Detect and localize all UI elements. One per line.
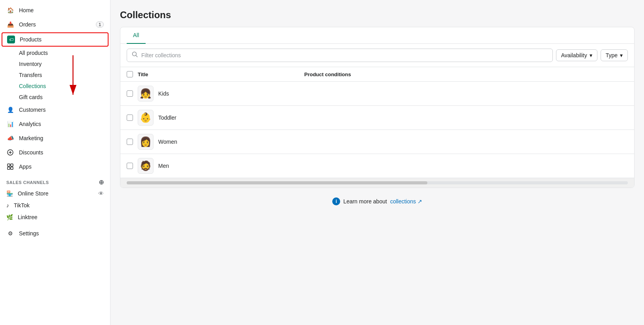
sidebar-item-collections[interactable]: Collections — [0, 81, 110, 92]
row-toddler-title: Toddler — [158, 115, 628, 121]
sidebar-item-orders[interactable]: 📥 Orders 1 — [0, 17, 110, 32]
main-content: Collections All Availability ▾ Type ▾ — [110, 0, 644, 325]
type-filter-button[interactable]: Type ▾ — [601, 49, 628, 61]
men-emoji: 🧔 — [140, 160, 152, 171]
products-icon: 🏷 — [7, 36, 15, 43]
sidebar: 🏠 Home 📥 Orders 1 🏷 Products All product… — [0, 0, 110, 325]
table-row[interactable]: 🧔 Men — [120, 154, 634, 178]
row-kids-thumbnail: 👧 — [138, 86, 154, 101]
orders-icon: 📥 — [6, 21, 14, 28]
learn-more-text: Learn more about — [343, 198, 387, 205]
inventory-label: Inventory — [19, 61, 42, 67]
online-store-eye-icon[interactable]: 👁 — [98, 190, 104, 197]
home-icon: 🏠 — [6, 6, 14, 14]
sidebar-item-settings[interactable]: ⚙ Settings — [0, 226, 110, 240]
tag-icon: 🏷 — [7, 36, 15, 43]
search-wrapper — [127, 49, 553, 62]
sidebar-navigation: 🏠 Home 📥 Orders 1 🏷 Products All product… — [0, 0, 110, 325]
col-title-header: Title — [138, 71, 300, 77]
availability-label: Availability — [561, 52, 587, 58]
row-kids-checkbox[interactable] — [127, 90, 133, 97]
sidebar-item-all-products[interactable]: All products — [0, 47, 110, 58]
gift-cards-label: Gift cards — [19, 94, 43, 100]
row-kids-title: Kids — [158, 90, 628, 97]
sidebar-item-linktree[interactable]: 🌿 Linktree — [0, 211, 110, 223]
sidebar-item-online-store[interactable]: 🏪 Online Store 👁 — [0, 188, 110, 199]
marketing-icon: 📣 — [6, 134, 14, 142]
row-men-thumbnail: 🧔 — [138, 158, 154, 174]
tiktok-icon: ♪ — [6, 202, 9, 209]
sidebar-item-tiktok[interactable]: ♪ TikTok — [0, 199, 110, 211]
analytics-icon: 📊 — [6, 120, 14, 128]
sidebar-item-marketing-label: Marketing — [19, 135, 104, 141]
availability-filter-button[interactable]: Availability ▾ — [556, 49, 597, 61]
svg-rect-4 — [11, 167, 13, 169]
row-toddler-thumbnail: 👶 — [138, 110, 154, 126]
sidebar-item-products-label: Products — [20, 36, 103, 43]
table-scroll-thumb[interactable] — [127, 181, 427, 184]
row-men-checkbox[interactable] — [127, 163, 133, 169]
collections-card: All Availability ▾ Type ▾ Title — [120, 27, 635, 188]
info-icon: i — [332, 197, 340, 205]
settings-icon: ⚙ — [6, 229, 14, 237]
sidebar-item-discounts[interactable]: Discounts — [0, 145, 110, 160]
availability-chevron-icon: ▾ — [590, 52, 592, 58]
tabs-bar: All — [120, 27, 634, 44]
orders-badge: 1 — [96, 21, 104, 28]
sidebar-item-inventory[interactable]: Inventory — [0, 58, 110, 70]
sidebar-item-analytics-label: Analytics — [19, 121, 104, 127]
table-scrollbar-area — [120, 178, 634, 188]
sidebar-item-settings-label: Settings — [19, 230, 104, 237]
svg-rect-2 — [11, 164, 13, 166]
online-store-icon: 🏪 — [6, 190, 13, 197]
page-title: Collections — [120, 9, 635, 21]
col-conditions-header: Product conditions — [304, 71, 628, 77]
tab-all-label: All — [133, 32, 139, 38]
table-row[interactable]: 👩 Women — [120, 130, 634, 154]
search-input[interactable] — [141, 52, 548, 58]
table-row[interactable]: 👶 Toddler — [120, 106, 634, 130]
tab-all[interactable]: All — [127, 27, 146, 44]
collections-link[interactable]: collections ↗ — [390, 198, 422, 205]
kids-emoji: 👧 — [140, 88, 152, 99]
collections-label: Collections — [19, 83, 46, 89]
tiktok-label: TikTok — [14, 202, 104, 209]
svg-rect-3 — [7, 167, 10, 169]
row-women-title: Women — [158, 139, 628, 145]
table-row[interactable]: 👧 Kids — [120, 82, 634, 106]
sales-channels-label: SALES CHANNELS — [6, 180, 49, 185]
svg-rect-1 — [7, 164, 10, 166]
discounts-icon — [6, 148, 14, 156]
type-label: Type — [606, 52, 618, 58]
all-products-label: All products — [19, 50, 48, 56]
women-emoji: 👩 — [140, 136, 152, 147]
online-store-label: Online Store — [18, 190, 94, 197]
sidebar-item-analytics[interactable]: 📊 Analytics — [0, 117, 110, 131]
add-sales-channel-icon[interactable]: ⊕ — [99, 178, 104, 186]
sidebar-item-home[interactable]: 🏠 Home — [0, 3, 110, 17]
collections-link-label: collections — [390, 198, 416, 205]
table-horizontal-scrollbar[interactable] — [127, 181, 628, 184]
row-toddler-checkbox[interactable] — [127, 115, 133, 121]
select-all-checkbox[interactable] — [127, 71, 133, 77]
linktree-icon: 🌿 — [6, 214, 13, 220]
sidebar-item-marketing[interactable]: 📣 Marketing — [0, 131, 110, 145]
transfers-label: Transfers — [19, 72, 42, 78]
sidebar-item-discounts-label: Discounts — [19, 149, 104, 156]
customers-icon: 👤 — [6, 106, 14, 114]
external-link-icon: ↗ — [417, 198, 422, 205]
sidebar-item-gift-cards[interactable]: Gift cards — [0, 92, 110, 103]
toddler-emoji: 👶 — [140, 112, 152, 123]
row-women-checkbox[interactable] — [127, 139, 133, 145]
linktree-label: Linktree — [18, 214, 104, 220]
sales-channels-section: SALES CHANNELS ⊕ — [0, 174, 110, 188]
row-women-thumbnail: 👩 — [138, 134, 154, 150]
filter-bar: Availability ▾ Type ▾ — [120, 44, 634, 67]
sidebar-item-customers-label: Customers — [19, 107, 104, 113]
table-header: Title Product conditions — [120, 67, 634, 82]
sidebar-item-customers[interactable]: 👤 Customers — [0, 103, 110, 117]
sidebar-item-products[interactable]: 🏷 Products — [2, 32, 109, 47]
sidebar-item-apps[interactable]: Apps — [0, 160, 110, 174]
sidebar-item-home-label: Home — [19, 7, 104, 13]
sidebar-item-transfers[interactable]: Transfers — [0, 70, 110, 81]
